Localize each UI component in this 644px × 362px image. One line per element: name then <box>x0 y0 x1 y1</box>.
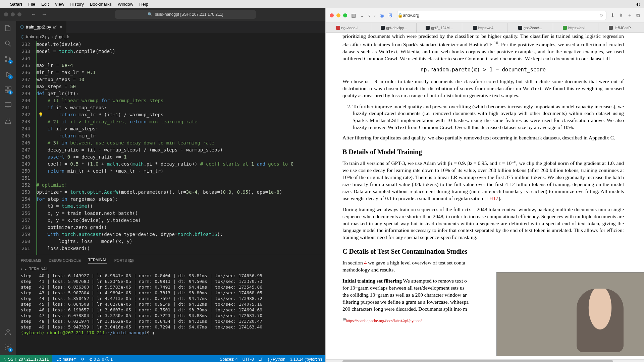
safari-tab[interactable]: gpt-2/src/... <box>507 23 553 33</box>
citation-link[interactable]: LH17 <box>486 195 498 201</box>
horizontal-scrollbar[interactable] <box>326 359 644 362</box>
menu-history[interactable]: History <box>70 2 84 7</box>
status-spaces[interactable]: Spaces: 4 <box>220 357 237 362</box>
scm-badge: 2 <box>8 60 13 64</box>
reload-icon[interactable]: ⟳ <box>600 13 603 18</box>
paper-content[interactable]: prioritizing documents which were predic… <box>326 33 644 359</box>
paper-para: After filtering for duplicates and quali… <box>342 134 624 141</box>
share-icon[interactable]: ⇪ <box>619 12 623 18</box>
chevron-down-icon[interactable]: ⌄ <box>24 266 27 271</box>
svg-rect-5 <box>5 90 7 93</box>
status-branch[interactable]: ⎇ master* <box>57 357 76 362</box>
vscode-window: ←→ 🔍build-nanogpt [SSH: 207.211.170.211]… <box>0 8 325 362</box>
paper-para: During training we always train on seque… <box>342 206 624 241</box>
status-lang[interactable]: { } Python <box>268 357 285 362</box>
safari-toolbar: ▥ ⌄ ‹ › ◉ ⛨ 🔒 arxiv.org ⟳ ⬇ ⇪ ＋ ⧉ <box>326 8 644 23</box>
new-tab-icon[interactable]: ＋ <box>627 12 632 18</box>
testing-icon[interactable] <box>4 117 12 125</box>
debug-icon[interactable]: 2 <box>4 70 12 78</box>
panel-tab-debug[interactable]: DEBUG CONSOLE <box>49 258 81 262</box>
address-text: arxiv.org <box>403 13 419 18</box>
safari-tab[interactable]: gpt-dev.ipy... <box>371 23 417 33</box>
panel-tab-ports[interactable]: PORTS1 <box>114 258 134 262</box>
statusbar: ⇋SSH: 207.211.170.211 ⎇ master* ⟳ ⊘ 0 ⚠ … <box>0 355 325 362</box>
safari-tabs: ng-video-l...gpt-dev.ipy...gpt2_124M...h… <box>326 23 644 33</box>
menu-view[interactable]: View <box>55 2 64 7</box>
safari-tab[interactable]: gpt2_124M... <box>417 23 462 33</box>
shield-icon[interactable]: ⛨ <box>388 12 393 18</box>
menubar-status-icon[interactable]: ◐ <box>636 2 640 7</box>
terminal-header: › ⌄ TERMINAL <box>16 266 325 272</box>
status-encoding[interactable]: UTF-8 <box>243 357 254 362</box>
panel-tab-problems[interactable]: PROBLEMS <box>21 258 41 262</box>
vscode-traffic-lights[interactable] <box>4 12 21 16</box>
menu-help[interactable]: Help <box>139 2 148 7</box>
chevron-right-icon[interactable]: › <box>21 267 22 271</box>
footnote-link[interactable]: https://spark.apache.org/docs/latest/api… <box>346 318 422 323</box>
heading-b: B Details of Model Training <box>342 147 624 157</box>
code-editor[interactable]: 💡 23223323423523623723823924024124224324… <box>16 41 325 255</box>
code-content[interactable]: model.to(device)model = torch.compile(mo… <box>36 41 325 255</box>
sidebar-icon[interactable]: ▥ <box>351 12 356 18</box>
privacy-icon[interactable]: ◉ <box>380 12 384 18</box>
terminal-content[interactable]: step 40 | loss: 6.149927 | lr 6.9541e-05… <box>16 272 325 355</box>
safari-tab[interactable]: https://arxi... <box>553 23 599 33</box>
debug-badge: 2 <box>8 75 13 79</box>
safari-tab[interactable]: ng-video-l... <box>326 23 371 33</box>
tabs-icon[interactable]: ⧉ <box>636 12 640 18</box>
nav-back-icon[interactable]: ← <box>31 11 36 17</box>
svg-point-2 <box>5 60 7 62</box>
activity-bar: 2 2 1 1 <box>0 21 16 355</box>
search-icon: 🔍 <box>148 12 153 17</box>
nav-fwd-icon[interactable]: › <box>374 12 376 18</box>
safari-tab[interactable]: https://d4... <box>462 23 508 33</box>
panel-tab-terminal[interactable]: TERMINAL <box>88 258 107 263</box>
ext-badge: 1 <box>8 90 13 95</box>
nav-back-icon[interactable]: ‹ <box>368 12 370 18</box>
chevron-right-icon: › <box>51 35 53 39</box>
app-name[interactable]: Safari <box>10 2 22 7</box>
downloads-icon[interactable]: ⬇ <box>610 12 615 18</box>
explorer-icon[interactable] <box>4 24 12 32</box>
python-file-icon: ⬡ <box>20 24 24 29</box>
status-eol[interactable]: LF <box>259 357 263 362</box>
safari-traffic-lights[interactable] <box>330 13 347 17</box>
status-problems[interactable]: ⊘ 0 ⚠ 0 ⓘ 1 <box>89 357 113 362</box>
status-python[interactable]: 3.10.14 ('pytorch') <box>290 357 322 362</box>
formula: np.random.pareto(α) > 1 − document_score <box>342 66 624 73</box>
svg-point-10 <box>7 346 9 348</box>
menu-window[interactable]: Window <box>118 2 133 7</box>
lightbulb-icon[interactable]: 💡 <box>38 111 43 118</box>
command-center-text: build-nanogpt [SSH: 207.211.170.211] <box>155 12 223 17</box>
search-icon[interactable] <box>4 40 12 48</box>
tab-close-icon[interactable]: × <box>60 24 62 29</box>
settings-icon[interactable]: 1 <box>4 343 12 351</box>
svg-rect-7 <box>9 87 11 89</box>
function-icon: ƒ <box>55 35 57 39</box>
line-gutter: 2322332342352362372382392402412422432442… <box>16 41 36 255</box>
paper-para: To train all versions of GPT-3, we use A… <box>342 160 624 202</box>
nav-fwd-icon[interactable]: → <box>42 11 47 17</box>
command-center[interactable]: 🔍build-nanogpt [SSH: 207.211.170.211] <box>115 10 256 19</box>
safari-tab[interactable]: 1*BJCssP... <box>598 23 644 33</box>
address-bar[interactable]: 🔒 arxiv.org ⟳ <box>397 11 606 20</box>
breadcrumb[interactable]: ⬡ train_gpt2.py › ƒ get_lr <box>16 33 325 41</box>
vscode-titlebar: ←→ 🔍build-nanogpt [SSH: 207.211.170.211] <box>0 8 325 21</box>
menu-edit[interactable]: Edit <box>41 2 49 7</box>
remote-icon[interactable] <box>4 101 12 109</box>
chevron-down-icon[interactable]: ⌄ <box>360 12 364 18</box>
status-remote[interactable]: ⇋SSH: 207.211.170.211 <box>0 355 52 362</box>
tab-train-gpt2[interactable]: ⬡ train_gpt2.py M × <box>16 21 66 33</box>
scm-icon[interactable]: 2 <box>4 55 12 63</box>
extensions-icon[interactable]: 1 <box>4 86 12 94</box>
editor-tabs: ⬡ train_gpt2.py M × <box>16 21 325 33</box>
breadcrumb-symbol: get_lr <box>59 35 69 39</box>
remote-icon: ⇋ <box>3 357 7 362</box>
svg-rect-8 <box>5 103 11 107</box>
svg-rect-4 <box>5 87 7 89</box>
status-sync[interactable]: ⟳ <box>81 357 85 362</box>
account-icon[interactable] <box>4 328 12 336</box>
panel-tabs: PROBLEMS DEBUG CONSOLE TERMINAL PORTS1 <box>16 255 325 266</box>
menu-file[interactable]: File <box>28 2 35 7</box>
menu-bookmarks[interactable]: Bookmarks <box>90 2 112 7</box>
